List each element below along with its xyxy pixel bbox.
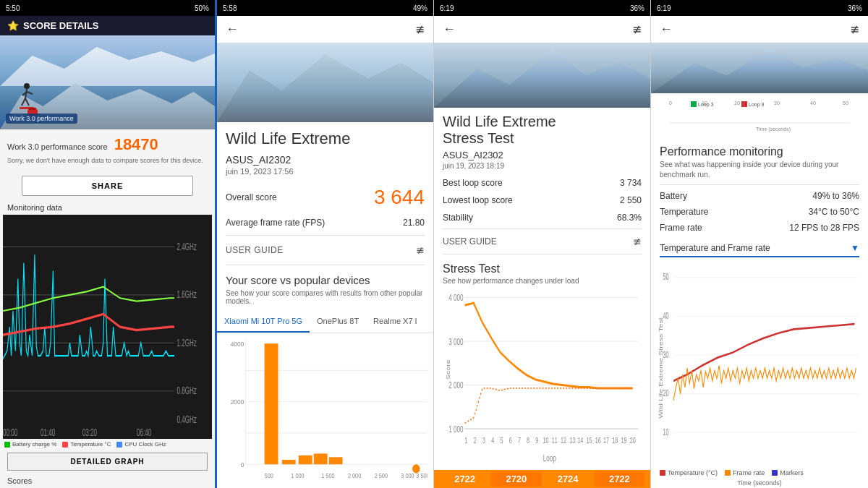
temp-fps-legend: Temperature (°C) Frame rate Markers	[651, 468, 868, 478]
nav-3: ← ≢	[434, 16, 650, 43]
svg-text:20: 20	[734, 100, 740, 106]
score-bottom-1: 2722	[440, 471, 490, 487]
svg-text:18: 18	[612, 436, 618, 445]
svg-text:03:20: 03:20	[82, 426, 97, 439]
svg-text:1.2GHz: 1.2GHz	[176, 336, 196, 349]
svg-text:Loop: Loop	[543, 454, 556, 463]
legend-temp: Temperature °C	[62, 441, 111, 448]
user-guide-label-3[interactable]: USER GUIDE	[443, 236, 497, 247]
back-arrow-2[interactable]: ←	[226, 22, 239, 37]
lowest-loop-value: 2 550	[620, 195, 642, 205]
tab-oneplus[interactable]: OnePlus 8T	[310, 311, 366, 333]
dropdown-label: Temperature and Frame rate	[660, 243, 770, 253]
svg-text:1.6GHz: 1.6GHz	[176, 288, 196, 301]
svg-text:4000: 4000	[231, 340, 244, 348]
framerate-value: 12 FPS to 28 FPS	[789, 223, 859, 233]
svg-text:10: 10	[663, 427, 668, 437]
vs-sub: See how your score compares with results…	[217, 289, 433, 311]
device-date-3: juin 19, 2023 18:19	[434, 162, 650, 174]
svg-text:1 000: 1 000	[448, 424, 464, 434]
snow-1	[0, 43, 215, 86]
svg-text:3: 3	[482, 436, 485, 445]
hero-badge: Work 3.0 performance	[6, 114, 77, 124]
svg-text:30: 30	[774, 100, 780, 106]
detailed-graph-button[interactable]: DETAILED GRAPH	[7, 453, 208, 471]
hero-4	[651, 43, 868, 93]
nav-2: ← ≢	[217, 16, 433, 43]
user-guide-label-2[interactable]: USER GUIDE	[226, 245, 284, 255]
score-bottom-4: 2722	[595, 471, 644, 487]
score-label: Work 3.0 performance score 18470	[7, 135, 208, 154]
tab-xiaomi[interactable]: Xiaomi Mi 10T Pro 5G	[217, 311, 310, 333]
svg-text:Time (seconds): Time (seconds)	[756, 127, 791, 132]
svg-text:15: 15	[587, 436, 592, 445]
svg-text:1 500: 1 500	[321, 472, 335, 479]
legend-dot-temp	[62, 442, 68, 448]
stress-section-title: Stress Test	[434, 257, 650, 277]
svg-text:50: 50	[843, 100, 848, 106]
stability-row: Stability 68.3%	[434, 209, 650, 226]
legend-dot-temp-line	[660, 470, 665, 476]
stability-label: Stability	[443, 213, 473, 223]
scores-section-label: Scores	[0, 474, 215, 488]
tab-realme[interactable]: Realme X7 I	[366, 311, 425, 333]
svg-text:4: 4	[491, 436, 494, 445]
chart-type-dropdown[interactable]: Temperature and Frame rate ▼	[660, 240, 859, 257]
back-arrow-4[interactable]: ←	[660, 22, 673, 37]
temp-value: 34°C to 50°C	[809, 207, 859, 217]
svg-rect-83	[741, 101, 747, 107]
status-icons-4: 36%	[848, 4, 862, 12]
fps-value: 21.80	[403, 218, 425, 228]
back-arrow-3[interactable]: ←	[443, 22, 456, 37]
score-bottom-3: 2724	[543, 471, 593, 487]
battery-1: 50%	[195, 4, 209, 12]
monitoring-svg: 2.4GHz 1.6GHz 1.2GHz 0.8GHz 0.4GHz 00:00…	[3, 215, 212, 439]
mini-loop-chart: 0 10 20 30 40 50 Loop 3 Loop 9 Time (sec…	[651, 93, 868, 141]
temp-label: Temperature	[660, 207, 708, 217]
status-icons-1: 50%	[195, 4, 209, 12]
perf-sub: See what was happening inside your devic…	[651, 160, 868, 184]
svg-text:3 000: 3 000	[448, 337, 464, 346]
svg-text:6: 6	[509, 436, 512, 445]
svg-text:0: 0	[669, 100, 672, 106]
divider-2b	[226, 265, 425, 265]
svg-text:3 500: 3 500	[416, 472, 427, 479]
mountain-4	[651, 43, 868, 93]
svg-text:Loop 3: Loop 3	[698, 102, 714, 108]
svg-text:17: 17	[603, 436, 609, 445]
divider-3	[443, 228, 642, 229]
svg-text:40: 40	[810, 100, 816, 106]
panel-score-details: 5:50 50% ⭐ SCORE DETAILS Work 3.0 perfor…	[0, 0, 217, 488]
status-time-3: 6:19	[440, 4, 454, 12]
best-loop-row: Best loop score 3 734	[434, 174, 650, 192]
score-bottom-2: 2720	[491, 471, 541, 487]
svg-text:7: 7	[518, 436, 521, 445]
battery-label: Battery	[660, 191, 687, 201]
svg-rect-31	[282, 460, 296, 464]
share-button[interactable]: SHARE	[22, 176, 194, 196]
svg-text:8: 8	[527, 436, 529, 445]
svg-line-5	[27, 92, 33, 94]
guide-share-icon-3[interactable]: ≢	[633, 236, 642, 247]
svg-text:Loop 9: Loop 9	[749, 102, 765, 108]
share-icon-4[interactable]: ≢	[850, 22, 859, 36]
status-bar-1: 5:50 50%	[0, 0, 215, 16]
guide-share-icon-2[interactable]: ≢	[416, 244, 425, 256]
temp-fps-chart: 50 40 30 20 10 Wild Life Extreme Stress …	[651, 262, 868, 468]
svg-rect-8	[29, 108, 36, 110]
svg-text:16: 16	[595, 436, 601, 445]
svg-text:Score: Score	[446, 359, 451, 380]
device-date-2: juin 19, 2023 17:56	[217, 167, 433, 181]
framerate-row: Frame rate 12 FPS to 28 FPS	[651, 220, 868, 236]
svg-text:10: 10	[543, 436, 549, 445]
share-icon-3[interactable]: ≢	[632, 22, 642, 36]
best-loop-label: Best loop score	[443, 178, 503, 188]
legend-dot-battery	[4, 442, 10, 448]
svg-text:500: 500	[265, 472, 274, 479]
panel-wild-life: 5:58 49% ← ≢ Wild Life Extreme ASUS_AI23…	[217, 0, 434, 488]
score-section: Work 3.0 performance score 18470 Sorry, …	[0, 129, 215, 171]
skier-figure	[18, 82, 36, 111]
share-icon-2[interactable]: ≢	[415, 22, 425, 36]
svg-text:0.4GHz: 0.4GHz	[176, 413, 196, 426]
status-bar-3: 6:19 36%	[434, 0, 650, 16]
